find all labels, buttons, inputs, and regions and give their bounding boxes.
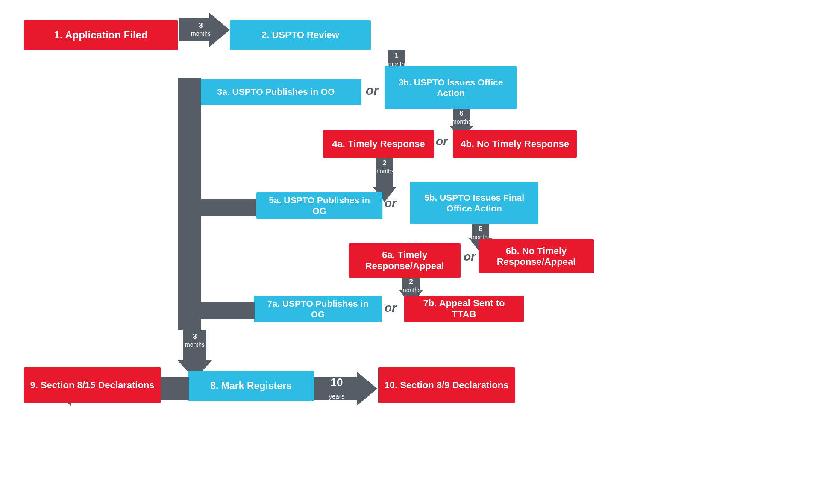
box-5b-final-office-action: 5b. USPTO Issues Final Office Action <box>410 182 538 224</box>
box-4a-timely-response: 4a. Timely Response <box>323 130 434 158</box>
box-5a-publishes-og: 5a. USPTO Publishes in OG <box>256 192 382 219</box>
box-uspto-review: 2. USPTO Review <box>230 20 371 50</box>
arrow-7a-left <box>179 299 255 323</box>
arrow-head <box>179 299 194 323</box>
arrow-body <box>314 377 357 400</box>
arrow-body <box>402 278 420 290</box>
arrow-body <box>183 330 206 360</box>
box-3a-publishes-og: 3a. USPTO Publishes in OG <box>191 79 361 105</box>
box-10-section-8-9: 10. Section 8/9 Declarations <box>378 367 515 403</box>
or-label-4: or <box>464 250 476 264</box>
box-6b-no-timely-response-appeal: 6b. No Timely Response/Appeal <box>479 239 594 273</box>
arrow-5a-left <box>179 196 256 220</box>
arrow-10years-right: 10years <box>314 372 378 406</box>
arrow-head <box>357 372 377 406</box>
arrow-body <box>194 199 256 216</box>
arrow-head <box>179 196 194 220</box>
arrow-body <box>453 109 470 126</box>
box-8-mark-registers: 8. Mark Registers <box>188 371 314 401</box>
arrow-body <box>179 18 209 41</box>
arrow-body <box>194 302 255 319</box>
diagram: 1. Application Filed 3months 2. USPTO Re… <box>0 0 840 504</box>
or-label-5: or <box>385 301 397 315</box>
arrow-body <box>472 224 489 238</box>
arrow-body <box>376 158 393 187</box>
or-label-3: or <box>385 196 397 210</box>
box-3b-office-action: 3b. USPTO Issues Office Action <box>385 66 517 109</box>
box-6a-timely-response-appeal: 6a. Timely Response/Appeal <box>349 243 461 278</box>
box-7a-publishes-og: 7a. USPTO Publishes in OG <box>254 296 382 322</box>
box-4b-no-timely-response: 4b. No Timely Response <box>453 130 577 158</box>
or-label-1: or <box>366 83 379 98</box>
arrow-head <box>209 13 230 47</box>
box-9-section-8-15: 9. Section 8/15 Declarations <box>24 367 161 403</box>
or-label-2: or <box>436 135 448 148</box>
box-7b-appeal-ttab: 7b. Appeal Sent to TTAB <box>404 296 524 322</box>
box-application-filed: 1. Application Filed <box>24 20 178 50</box>
arrow-3months-right: 3months <box>179 13 230 47</box>
